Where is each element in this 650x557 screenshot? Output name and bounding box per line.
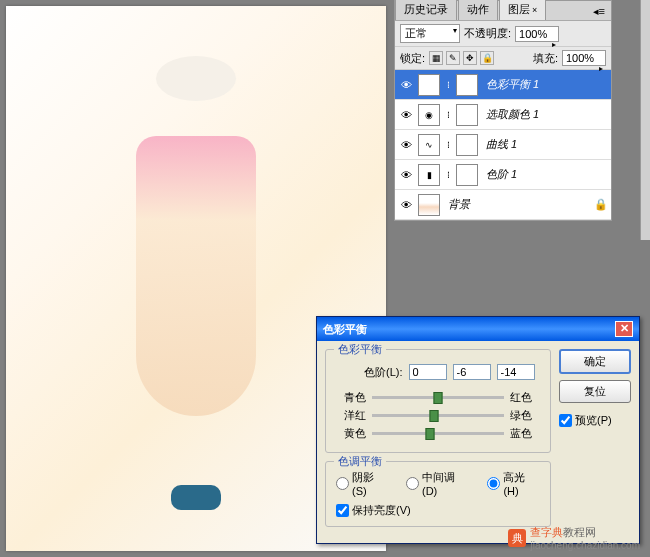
slider-left-label: 青色 bbox=[336, 390, 366, 405]
tab-history[interactable]: 历史记录 bbox=[395, 0, 457, 20]
bg-thumb[interactable] bbox=[418, 194, 440, 216]
lock-row: 锁定: ▦ ✎ ✥ 🔒 填充: 100% bbox=[395, 47, 611, 70]
color-balance-group: 色彩平衡 色阶(L): 青色 红色 洋红 绿色 bbox=[325, 349, 551, 453]
link-icon: ⁞ bbox=[444, 110, 452, 120]
watermark-url: jiaocheng.chazidian.com bbox=[530, 540, 640, 551]
lock-label: 锁定: bbox=[400, 51, 425, 66]
slider-thumb[interactable] bbox=[434, 392, 443, 404]
layer-name[interactable]: 曲线 1 bbox=[482, 137, 608, 152]
panel-dock-strip[interactable] bbox=[640, 0, 650, 240]
visibility-icon[interactable]: 👁 bbox=[398, 79, 414, 91]
mask-thumb[interactable] bbox=[456, 164, 478, 186]
slider-track[interactable] bbox=[372, 432, 504, 435]
slider-right-label: 绿色 bbox=[510, 408, 540, 423]
slider-right-label: 红色 bbox=[510, 390, 540, 405]
mask-thumb[interactable] bbox=[456, 134, 478, 156]
link-icon: ⁞ bbox=[444, 80, 452, 90]
tab-actions[interactable]: 动作 bbox=[458, 0, 498, 20]
preview-checkbox[interactable]: 预览(P) bbox=[559, 413, 631, 428]
layers-panel: 历史记录 动作 图层× ◂≡ 正常 不透明度: 100% 锁定: ▦ ✎ ✥ 🔒… bbox=[394, 0, 612, 221]
opacity-input[interactable]: 100% bbox=[515, 26, 559, 42]
link-icon: ⁞ bbox=[444, 170, 452, 180]
dialog-title: 色彩平衡 bbox=[323, 322, 367, 337]
dress-shape bbox=[136, 136, 256, 416]
slider-left-label: 黄色 bbox=[336, 426, 366, 441]
visibility-icon[interactable]: 👁 bbox=[398, 109, 414, 121]
watermark-text: 查字典 bbox=[530, 526, 563, 538]
panel-tabs: 历史记录 动作 图层× ◂≡ bbox=[395, 1, 611, 21]
lock-icons: ▦ ✎ ✥ 🔒 bbox=[429, 51, 494, 65]
watermark: 典 查字典教程网 jiaocheng.chazidian.com bbox=[508, 525, 640, 551]
layer-row[interactable]: 👁 ▮ ⁞ 色阶 1 bbox=[395, 160, 611, 190]
dialog-titlebar[interactable]: 色彩平衡 ✕ bbox=[317, 317, 639, 341]
lock-move-icon[interactable]: ✥ bbox=[463, 51, 477, 65]
slider-track[interactable] bbox=[372, 414, 504, 417]
adjustment-thumb[interactable]: ◑ bbox=[418, 74, 440, 96]
tone-balance-group: 色调平衡 阴影(S) 中间调(D) 高光(H) 保持亮度(V) bbox=[325, 461, 551, 527]
link-icon: ⁞ bbox=[444, 140, 452, 150]
level-input-3[interactable] bbox=[497, 364, 535, 380]
group-title: 色彩平衡 bbox=[334, 342, 386, 357]
model-figure bbox=[111, 56, 282, 519]
lock-transparent-icon[interactable]: ▦ bbox=[429, 51, 443, 65]
lock-icon: 🔒 bbox=[594, 198, 608, 211]
layer-row-background[interactable]: 👁 背景 🔒 bbox=[395, 190, 611, 220]
visibility-icon[interactable]: 👁 bbox=[398, 169, 414, 181]
adjustment-thumb[interactable]: ▮ bbox=[418, 164, 440, 186]
hat-shape bbox=[156, 56, 236, 101]
slider-yellow-blue: 黄色 蓝色 bbox=[336, 426, 540, 441]
visibility-icon[interactable]: 👁 bbox=[398, 139, 414, 151]
levels-label: 色阶(L): bbox=[364, 365, 403, 380]
radio-shadows[interactable]: 阴影(S) bbox=[336, 470, 388, 497]
slider-magenta-green: 洋红 绿色 bbox=[336, 408, 540, 423]
reset-button[interactable]: 复位 bbox=[559, 380, 631, 403]
lock-all-icon[interactable]: 🔒 bbox=[480, 51, 494, 65]
fill-label: 填充: bbox=[533, 51, 558, 66]
layer-name[interactable]: 色阶 1 bbox=[482, 167, 608, 182]
slider-track[interactable] bbox=[372, 396, 504, 399]
slider-cyan-red: 青色 红色 bbox=[336, 390, 540, 405]
close-icon[interactable]: × bbox=[532, 5, 537, 15]
mask-thumb[interactable] bbox=[456, 104, 478, 126]
slider-left-label: 洋红 bbox=[336, 408, 366, 423]
slider-thumb[interactable] bbox=[426, 428, 435, 440]
color-balance-dialog: 色彩平衡 ✕ 色彩平衡 色阶(L): 青色 红色 洋红 bbox=[316, 316, 640, 544]
radio-midtones[interactable]: 中间调(D) bbox=[406, 470, 469, 497]
mask-thumb[interactable] bbox=[456, 74, 478, 96]
watermark-logo-icon: 典 bbox=[508, 529, 526, 547]
level-input-1[interactable] bbox=[409, 364, 447, 380]
opacity-label: 不透明度: bbox=[464, 26, 511, 41]
blend-row: 正常 不透明度: 100% bbox=[395, 21, 611, 47]
shoes-shape bbox=[171, 485, 221, 510]
layer-name[interactable]: 选取颜色 1 bbox=[482, 107, 608, 122]
fill-input[interactable]: 100% bbox=[562, 50, 606, 66]
panel-menu-icon[interactable]: ◂≡ bbox=[587, 3, 611, 20]
layer-row[interactable]: 👁 ◉ ⁞ 选取颜色 1 bbox=[395, 100, 611, 130]
slider-right-label: 蓝色 bbox=[510, 426, 540, 441]
layer-list: 👁 ◑ ⁞ 色彩平衡 1 👁 ◉ ⁞ 选取颜色 1 👁 ∿ ⁞ 曲线 1 👁 ▮… bbox=[395, 70, 611, 220]
layer-row[interactable]: 👁 ◑ ⁞ 色彩平衡 1 bbox=[395, 70, 611, 100]
slider-thumb[interactable] bbox=[430, 410, 439, 422]
layer-name[interactable]: 背景 bbox=[444, 197, 590, 212]
close-button[interactable]: ✕ bbox=[615, 321, 633, 337]
tab-layers[interactable]: 图层× bbox=[499, 0, 546, 20]
radio-highlights[interactable]: 高光(H) bbox=[487, 470, 540, 497]
ok-button[interactable]: 确定 bbox=[559, 349, 631, 374]
layer-name[interactable]: 色彩平衡 1 bbox=[482, 77, 608, 92]
blend-mode-select[interactable]: 正常 bbox=[400, 24, 460, 43]
visibility-icon[interactable]: 👁 bbox=[398, 199, 414, 211]
tab-layers-label: 图层 bbox=[508, 3, 530, 15]
preserve-luminosity-checkbox[interactable]: 保持亮度(V) bbox=[336, 503, 411, 518]
level-input-2[interactable] bbox=[453, 364, 491, 380]
group-title: 色调平衡 bbox=[334, 454, 386, 469]
adjustment-thumb[interactable]: ◉ bbox=[418, 104, 440, 126]
watermark-suffix: 教程网 bbox=[563, 526, 596, 538]
lock-paint-icon[interactable]: ✎ bbox=[446, 51, 460, 65]
layer-row[interactable]: 👁 ∿ ⁞ 曲线 1 bbox=[395, 130, 611, 160]
adjustment-thumb[interactable]: ∿ bbox=[418, 134, 440, 156]
